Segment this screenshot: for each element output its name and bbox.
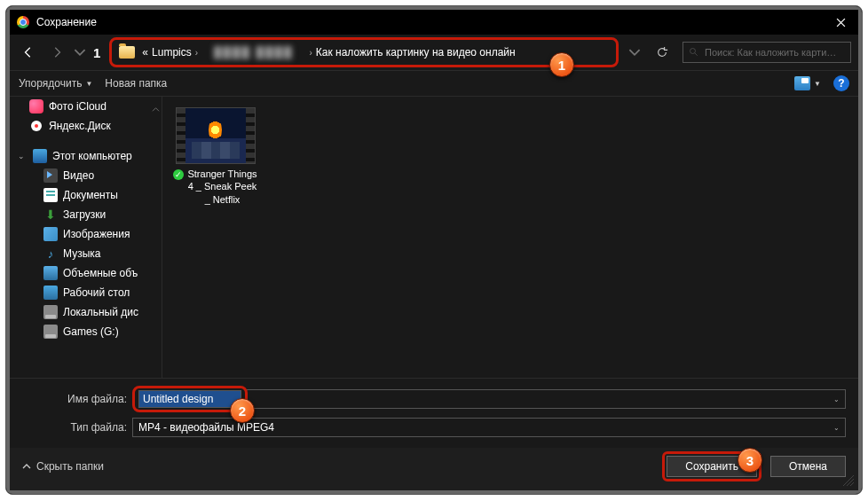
app-icon (17, 16, 29, 28)
sidebar-item-label: Этот компьютер (52, 150, 132, 162)
svg-point-0 (690, 49, 696, 54)
sidebar-item-documents[interactable]: Документы (10, 185, 162, 205)
filetype-label: Тип файла: (22, 421, 127, 434)
sidebar-item-label: Загрузки (63, 208, 106, 221)
close-button[interactable] (823, 10, 858, 35)
chevron-down-icon: ⌄ (17, 152, 26, 160)
toolbar: Упорядочить▼ Новая папка ▼ ? (10, 70, 858, 97)
cloud-icon (29, 99, 43, 114)
titlebar: Сохранение (10, 10, 858, 35)
window-title: Сохранение (36, 16, 823, 28)
filename-label: Имя файла: (22, 393, 127, 405)
breadcrumb-seg[interactable]: Lumpics (152, 46, 192, 59)
folder-icon (119, 46, 135, 59)
nav-row: 1 « Lumpics › ████ ████ › Как наложить к… (10, 35, 858, 70)
hide-folders-label: Скрыть папки (36, 460, 104, 473)
save-dialog: Сохранение 1 « Lumpics › ████ ████ › Как… (10, 10, 858, 490)
chevron-right-icon: › (309, 48, 312, 58)
file-list[interactable]: ✓ Stranger Things 4 _ Sneak Peek _ Netfl… (162, 97, 858, 378)
sidebar-item-music[interactable]: ♪Музыка (10, 244, 162, 263)
sidebar-item-label: Музыка (63, 247, 100, 260)
resize-grip[interactable] (842, 474, 855, 487)
sidebar-item-label: Документы (63, 189, 118, 201)
refresh-button[interactable] (651, 41, 674, 64)
new-folder-button[interactable]: Новая папка (105, 77, 167, 90)
address-bar[interactable]: « Lumpics › ████ ████ › Как наложить кар… (109, 37, 619, 67)
disk-icon (43, 325, 58, 339)
yandex-disk-icon (29, 119, 43, 133)
document-icon (43, 188, 58, 202)
video-thumbnail (176, 107, 256, 164)
breadcrumb-seg-redacted[interactable]: ████ ████ (201, 46, 305, 59)
sidebar-item-games-disk[interactable]: Games (G:) (10, 322, 162, 341)
sidebar-item-label: Видео (63, 169, 94, 182)
sidebar-item-local-disk[interactable]: Локальный дис (10, 302, 162, 322)
organize-menu[interactable]: Упорядочить▼ (19, 77, 92, 90)
sidebar-item-label: Фото iCloud (49, 100, 107, 113)
hide-folders-toggle[interactable]: Скрыть папки (22, 460, 104, 473)
search-input[interactable]: Поиск: Как наложить карти… (683, 42, 851, 63)
sidebar-item-this-pc[interactable]: ⌄Этот компьютер (10, 146, 162, 166)
sidebar-item-yandex[interactable]: Яндекс.Диск (10, 116, 162, 136)
close-icon (836, 18, 846, 27)
sync-check-icon: ✓ (173, 169, 184, 180)
address-bar-wrap: « Lumpics › ████ ████ › Как наложить кар… (109, 37, 619, 67)
sidebar-item-label: Локальный дис (63, 306, 138, 318)
breadcrumb-seg[interactable]: Как наложить картинку на видео онлайн (316, 46, 516, 59)
sidebar-item-label: Яндекс.Диск (49, 120, 111, 132)
sidebar-item-videos[interactable]: Видео (10, 166, 162, 185)
view-icon (794, 76, 810, 90)
sidebar: Фото iCloud Яндекс.Диск ⌄Этот компьютер … (10, 97, 162, 378)
sidebar-item-label: Изображения (63, 228, 130, 240)
image-icon (43, 227, 58, 241)
sidebar-item-desktop[interactable]: Рабочий стол (10, 283, 162, 302)
search-icon (689, 47, 699, 58)
breadcrumb-prefix: « (142, 46, 148, 59)
filetype-value: MP4 - видеофайлы MPEG4 (138, 421, 274, 434)
view-menu[interactable]: ▼ (794, 76, 821, 90)
nav-up-fragment: 1 (93, 45, 100, 60)
nav-recent[interactable] (74, 41, 86, 64)
file-item[interactable]: ✓ Stranger Things 4 _ Sneak Peek _ Netfl… (173, 107, 258, 206)
sidebar-scroll-up[interactable] (149, 97, 162, 121)
bottom-panel: Имя файла: ⌄ Тип файла: MP4 - видеофайлы… (10, 378, 858, 448)
help-button[interactable]: ? (833, 75, 849, 91)
nav-forward[interactable] (45, 41, 68, 64)
search-placeholder: Поиск: Как наложить карти… (705, 47, 836, 58)
svg-point-2 (35, 124, 38, 128)
sidebar-item-3d[interactable]: Объемные объ (10, 263, 162, 283)
pc-icon (33, 149, 47, 163)
sidebar-item-downloads[interactable]: ⬇Загрузки (10, 205, 162, 224)
chevron-right-icon: › (195, 48, 198, 58)
sidebar-item-label: Объемные объ (63, 267, 138, 279)
sidebar-item-label: Рабочий стол (63, 286, 130, 299)
filename-input[interactable] (138, 390, 241, 408)
action-row: Скрыть папки Сохранить Отмена (10, 448, 858, 490)
dialog-body: Фото iCloud Яндекс.Диск ⌄Этот компьютер … (10, 97, 858, 378)
download-icon: ⬇ (43, 207, 58, 222)
annotation-marker-3: 3 (738, 448, 762, 473)
breadcrumb: « Lumpics › ████ ████ › Как наложить кар… (142, 46, 515, 59)
video-icon (43, 168, 58, 183)
disk-icon (43, 305, 58, 319)
annotation-marker-2: 2 (230, 398, 255, 423)
cube-icon (43, 266, 58, 280)
nav-back[interactable] (17, 41, 40, 64)
cancel-button[interactable]: Отмена (770, 456, 846, 477)
sidebar-item-images[interactable]: Изображения (10, 224, 162, 244)
annotation-marker-1: 1 (549, 52, 574, 77)
sidebar-item-label: Games (G:) (63, 325, 119, 338)
filename-combo-ext[interactable]: ⌄ (244, 389, 846, 409)
desktop-icon (43, 286, 58, 300)
sidebar-item-icloud[interactable]: Фото iCloud (10, 97, 162, 116)
music-icon: ♪ (43, 247, 58, 261)
address-dropdown[interactable] (627, 41, 642, 64)
chevron-up-icon (22, 462, 31, 471)
file-name: Stranger Things 4 _ Sneak Peek _ Netflix (186, 168, 258, 206)
